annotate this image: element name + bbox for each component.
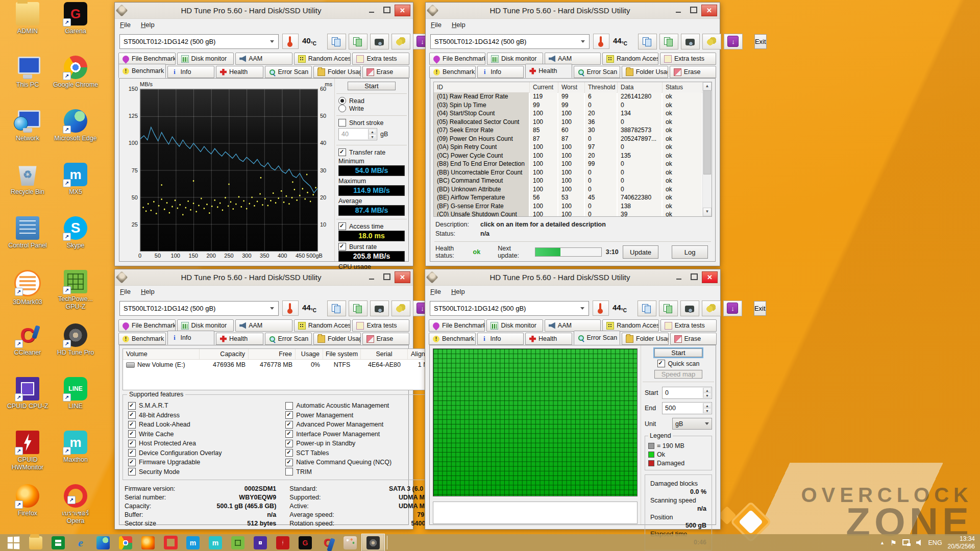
taskbar-firefox[interactable] bbox=[137, 534, 159, 551]
desktop-icon-firefox[interactable]: Firefox bbox=[4, 484, 51, 538]
smart-row[interactable]: (C0) Unsafe Shutdown Count100100039ok bbox=[434, 210, 703, 217]
feature-checkbox[interactable] bbox=[285, 421, 293, 429]
titlebar[interactable]: HD Tune Pro 5.60 - Hard Disk/SSD Utility… bbox=[426, 3, 720, 19]
feature-checkbox[interactable] bbox=[285, 440, 293, 447]
close-button[interactable]: ✕ bbox=[395, 5, 410, 16]
drive-selector[interactable]: ST500LT012-1DG142 (500 gB) bbox=[430, 301, 589, 316]
hands-button[interactable] bbox=[391, 300, 410, 316]
titlebar[interactable]: HD Tune Pro 5.60 - Hard Disk/SSD Utility… bbox=[115, 3, 413, 19]
taskbar-hwmonitor[interactable] bbox=[272, 534, 294, 551]
tab-extra-tests[interactable]: Extra tests bbox=[352, 53, 409, 65]
copy-image-button[interactable] bbox=[349, 34, 368, 49]
scroll-thumb[interactable] bbox=[703, 90, 711, 174]
desktop-icon-hdtune[interactable]: HD Tune Pro bbox=[52, 323, 99, 377]
access-time-checkbox[interactable] bbox=[338, 222, 346, 230]
smart-row[interactable]: (03) Spin Up Time999900ok bbox=[434, 101, 703, 110]
tab-benchmark[interactable]: !Benchmark bbox=[429, 333, 476, 345]
copy-image-button[interactable] bbox=[349, 300, 368, 316]
taskbar-maxthon[interactable]: m bbox=[182, 534, 204, 551]
log-button[interactable]: Log bbox=[672, 245, 708, 259]
tab-folder-usage[interactable]: Folder Usage bbox=[622, 333, 669, 345]
close-button[interactable]: ✕ bbox=[702, 271, 718, 283]
copy-button[interactable] bbox=[638, 34, 657, 49]
hands-button[interactable] bbox=[702, 34, 721, 49]
tab-random-access[interactable]: Random Access bbox=[602, 53, 658, 65]
desktop-icon-hw[interactable]: CPUID HWMonitor bbox=[4, 431, 51, 484]
tab-folder-usage[interactable]: Folder Usage bbox=[313, 66, 361, 78]
save-button[interactable]: ↓ bbox=[723, 300, 742, 316]
screenshot-button[interactable] bbox=[681, 34, 700, 49]
tab-health[interactable]: Health bbox=[216, 66, 263, 78]
smart-row[interactable]: (BB) Uncorrectable Error Count10010000ok bbox=[434, 168, 703, 177]
maximize-button[interactable] bbox=[687, 271, 701, 282]
tab-error-scan[interactable]: Error Scan bbox=[265, 66, 312, 78]
tab-health[interactable]: Health bbox=[216, 333, 263, 345]
tab-error-scan[interactable]: Error Scan bbox=[574, 66, 620, 78]
feature-checkbox[interactable] bbox=[285, 449, 293, 457]
short-stroke-checkbox[interactable] bbox=[338, 119, 346, 127]
menu-file[interactable]: File bbox=[120, 288, 131, 295]
menu-help[interactable]: Help bbox=[141, 288, 155, 295]
drive-selector[interactable]: ST500LT012-1DG142 (500 gB) bbox=[119, 34, 279, 49]
taskbar-internet-explorer[interactable]: e bbox=[69, 534, 92, 551]
tab-disk-monitor[interactable]: Disk monitor bbox=[177, 53, 234, 65]
feature-checkbox[interactable] bbox=[285, 430, 293, 438]
hands-button[interactable] bbox=[702, 300, 721, 316]
tab-erase[interactable]: Erase bbox=[670, 66, 716, 78]
taskbar-hd-tune-pro[interactable] bbox=[361, 534, 385, 551]
feature-checkbox[interactable] bbox=[128, 402, 136, 410]
smart-row[interactable]: (07) Seek Error Rate856030388782573ok bbox=[434, 126, 703, 135]
copy-image-button[interactable] bbox=[659, 34, 678, 49]
feature-checkbox[interactable] bbox=[128, 468, 136, 475]
tab-benchmark[interactable]: !Benchmark bbox=[118, 64, 166, 78]
desktop-icon-line[interactable]: LINELINE bbox=[52, 377, 99, 431]
menu-file[interactable]: File bbox=[120, 21, 131, 29]
screenshot-button[interactable] bbox=[370, 34, 389, 49]
copy-button[interactable] bbox=[327, 34, 346, 49]
taskbar-gpu-z[interactable] bbox=[227, 534, 249, 551]
start-scan-button[interactable]: Start bbox=[654, 348, 702, 357]
spinner-arrows[interactable]: ▲▼ bbox=[368, 129, 376, 139]
desktop-icon-chrome[interactable]: Google Chrome bbox=[52, 56, 99, 109]
language-indicator[interactable]: ENG bbox=[928, 539, 942, 546]
feature-checkbox[interactable] bbox=[285, 411, 293, 419]
tab-aam[interactable]: AAM bbox=[235, 53, 292, 65]
tab-info[interactable]: iInfo bbox=[167, 331, 215, 345]
tab-aam[interactable]: AAM bbox=[545, 319, 601, 332]
taskbar-file-explorer[interactable] bbox=[24, 534, 47, 551]
screenshot-button[interactable] bbox=[370, 300, 389, 316]
taskbar-edge[interactable] bbox=[92, 534, 114, 551]
menu-file[interactable]: File bbox=[430, 288, 441, 295]
taskbar-ccleaner[interactable]: C bbox=[316, 534, 339, 551]
feature-checkbox[interactable] bbox=[128, 411, 136, 419]
desktop-icon-recycle[interactable]: ♻Recycle Bin bbox=[4, 163, 51, 216]
speaker-icon[interactable] bbox=[916, 540, 923, 546]
read-radio[interactable] bbox=[338, 97, 346, 105]
smart-row[interactable]: (B8) End To End Error Detection100100990… bbox=[434, 160, 703, 168]
minimize-button[interactable] bbox=[671, 5, 685, 15]
desktop-icon-3dmark[interactable]: 3DMark03 bbox=[4, 270, 51, 323]
smart-row[interactable]: (BD) Unknown Attribute10010000ok bbox=[434, 185, 703, 194]
screenshot-button[interactable] bbox=[680, 300, 699, 316]
smart-row[interactable]: (BE) Airflow Temperature565345740622380o… bbox=[434, 193, 703, 202]
desktop-icon-cpuz[interactable]: CPUID CPU-Z bbox=[4, 377, 51, 431]
tab-random-access[interactable]: Random Access bbox=[294, 319, 351, 332]
feature-checkbox[interactable] bbox=[128, 440, 136, 447]
burst-rate-checkbox[interactable] bbox=[338, 243, 346, 251]
smart-row[interactable]: (0A) Spin Retry Count100100970ok bbox=[434, 143, 703, 152]
taskbar-chrome[interactable] bbox=[114, 534, 137, 551]
desktop-icon-ccleaner[interactable]: CCCleaner bbox=[4, 323, 51, 377]
maximize-button[interactable] bbox=[379, 5, 394, 15]
copy-image-button[interactable] bbox=[659, 300, 678, 316]
desktop-icon-pc[interactable]: This PC bbox=[4, 56, 51, 109]
copy-button[interactable] bbox=[638, 300, 656, 316]
exit-button[interactable]: Exit bbox=[754, 301, 766, 316]
taskbar-cpu-z[interactable] bbox=[249, 534, 272, 551]
feature-checkbox[interactable] bbox=[285, 402, 293, 410]
scan-start-input[interactable]: 0 ▲▼ bbox=[662, 387, 712, 399]
close-button[interactable]: ✕ bbox=[701, 5, 717, 16]
tab-erase[interactable]: Erase bbox=[670, 333, 717, 345]
desktop-icon-edge[interactable]: Microsoft Edge bbox=[52, 109, 99, 163]
desktop-icon-mx5[interactable]: mMX5 bbox=[52, 163, 99, 216]
tab-file-benchmark[interactable]: File Benchmark bbox=[118, 53, 176, 65]
